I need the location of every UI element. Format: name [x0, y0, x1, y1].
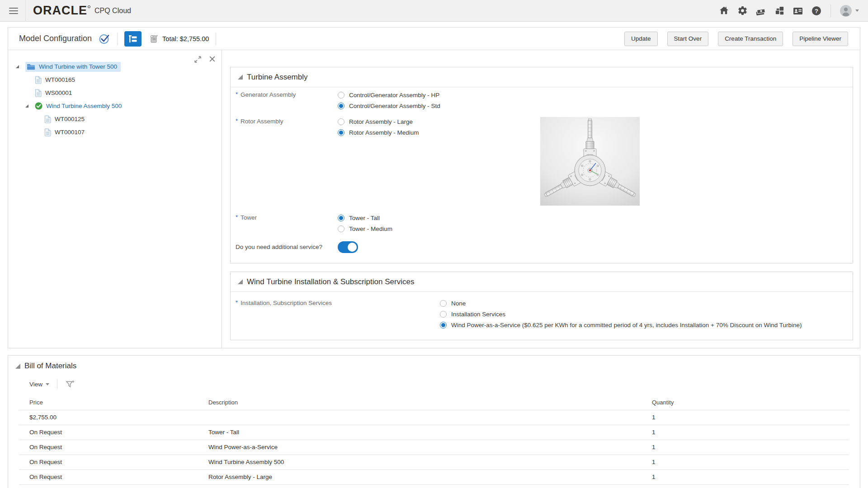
radio-option-label: Installation Services	[451, 311, 505, 318]
section-header[interactable]: Turbine Assembly	[231, 67, 853, 87]
required-asterisk: *	[236, 212, 238, 223]
installation-services-section: Wind Turbine Installation & Subscription…	[230, 272, 853, 340]
contact-card-icon[interactable]	[793, 5, 803, 16]
validate-check-icon[interactable]	[98, 33, 110, 45]
tree-item-wt000125[interactable]: WT000125	[8, 113, 222, 126]
radio-option-wind-power-as-a-service-0-625-per-kwh-fo[interactable]: Wind Power-as-a-Service ($0.625 per KWh …	[440, 319, 802, 330]
radio-selected-icon[interactable]	[338, 215, 344, 221]
radio-selected-icon[interactable]	[338, 103, 344, 109]
oracle-logo: ORACLE	[33, 4, 87, 18]
expand-panel-icon[interactable]	[194, 56, 202, 63]
tree-item-wt000165[interactable]: WT000165	[8, 73, 222, 86]
create-transaction-button[interactable]: Create Transaction	[718, 32, 783, 46]
tree-item-wt000107[interactable]: WT000107	[8, 126, 222, 139]
tree-item-label: Wind Turbine Assembly 500	[46, 103, 122, 109]
field-tower: *TowerTower - TallTower - Medium	[231, 212, 853, 234]
tree-item-label: WT000165	[45, 76, 75, 83]
bom-header-row: Price Description Quantity	[19, 395, 849, 410]
toolbar-divider	[117, 33, 118, 45]
radio-option-label: Tower - Medium	[349, 225, 392, 232]
bill-of-materials-card: Bill of Materials View Price Description…	[8, 355, 860, 488]
radio-unselected-icon[interactable]	[338, 92, 344, 99]
radio-selected-icon[interactable]	[440, 322, 447, 328]
settings-icon[interactable]	[737, 5, 748, 16]
additional-service-toggle[interactable]	[338, 241, 358, 253]
radio-option-label: Control/Generator Assembly - Std	[349, 103, 440, 109]
toolbar-buttons: UpdateStart OverCreate TransactionPipeli…	[624, 32, 848, 46]
menu-icon[interactable]	[9, 8, 18, 14]
field-label: *Generator Assembly	[236, 89, 338, 100]
view-dropdown[interactable]: View	[29, 381, 49, 388]
tree-expand-arrow[interactable]	[16, 65, 19, 68]
document-icon	[44, 128, 51, 136]
column-header-price: Price	[19, 395, 208, 410]
user-menu[interactable]	[840, 5, 859, 17]
close-panel-icon[interactable]	[209, 56, 216, 63]
radio-option-label: Rotor Assembly - Large	[349, 118, 413, 125]
tree-expand-arrow[interactable]	[25, 104, 28, 108]
help-icon[interactable]: ?	[811, 5, 822, 16]
model-tree-button[interactable]	[124, 31, 142, 47]
radio-unselected-icon[interactable]	[440, 300, 447, 307]
model-toolbar: Model Configuration Total: $2,755.00 Upd…	[8, 28, 860, 50]
page-title: Model Configuration	[19, 34, 92, 43]
radio-unselected-icon[interactable]	[338, 118, 344, 125]
update-button[interactable]: Update	[624, 32, 658, 46]
collapse-triangle-icon	[15, 364, 20, 369]
bom-row[interactable]: On RequestRotor Assembly - Large1	[19, 469, 849, 484]
pipeline-viewer-button[interactable]: Pipeline Viewer	[793, 32, 848, 46]
header-actions: ?	[718, 4, 859, 18]
tree-item-ws00001[interactable]: WS00001	[8, 86, 222, 99]
caret-down-icon	[855, 9, 859, 12]
radio-unselected-icon[interactable]	[338, 225, 344, 232]
column-header-description: Description	[208, 395, 652, 410]
bom-title: Bill of Materials	[24, 361, 76, 371]
radio-option-control-generator-assembly-std[interactable]: Control/Generator Assembly - Std	[338, 100, 440, 111]
rotor-assembly-preview-image	[540, 117, 640, 206]
tree-item-label: WS00001	[45, 89, 72, 96]
cpq-cloud-app: ORACLE CPQ Cloud ?	[0, 0, 868, 488]
tree-item-label: WT000107	[55, 129, 85, 136]
section-header[interactable]: Wind Turbine Installation & Subscription…	[231, 272, 853, 292]
bom-row[interactable]: On RequestTower - Tall1	[19, 425, 849, 440]
bom-row[interactable]: $2,755.001	[19, 410, 849, 425]
product-name: CPQ Cloud	[94, 7, 131, 15]
radio-option-label: Tower - Tall	[349, 215, 380, 221]
radio-option-rotor-assembly-medium[interactable]: Rotor Assembly - Medium	[338, 127, 419, 138]
radio-option-none[interactable]: None	[440, 298, 802, 309]
bom-row[interactable]: On RequestWind Power-as-a-Service1	[19, 440, 849, 455]
radio-option-rotor-assembly-large[interactable]: Rotor Assembly - Large	[338, 116, 419, 127]
radio-option-installation-services[interactable]: Installation Services	[440, 309, 802, 319]
radio-option-label: None	[451, 300, 466, 307]
apps-icon[interactable]	[774, 5, 785, 16]
radio-option-label: Wind Power-as-a-Service ($0.625 per KWh …	[451, 322, 802, 328]
radio-option-label: Control/Generator Assembly - HP	[349, 92, 439, 99]
radio-unselected-icon[interactable]	[440, 311, 447, 318]
document-icon	[35, 76, 42, 84]
radio-option-control-generator-assembly-hp[interactable]: Control/Generator Assembly - HP	[338, 89, 440, 100]
section-title: Turbine Assembly	[247, 73, 307, 82]
bom-header[interactable]: Bill of Materials	[8, 356, 860, 376]
toggle-label: Do you need additional service?	[236, 242, 338, 253]
toggle-knob	[348, 243, 357, 252]
total-label: Total: $2,755.00	[162, 35, 209, 42]
radio-selected-icon[interactable]	[338, 129, 344, 136]
total-scroll-icon	[149, 33, 159, 44]
commerce-icon[interactable]	[755, 5, 766, 16]
filter-add-icon[interactable]	[65, 380, 75, 389]
bom-controls: View	[8, 376, 860, 392]
field-label: *Tower	[236, 212, 338, 223]
tree-item-label: WT000125	[55, 116, 85, 122]
tree-item-wind-turbine-assembly-500[interactable]: Wind Turbine Assembly 500	[8, 99, 222, 113]
radio-option-tower-medium[interactable]: Tower - Medium	[338, 223, 392, 234]
additional-service-row: Do you need additional service?	[231, 241, 853, 253]
bom-quantity: 1	[652, 455, 849, 469]
bom-row[interactable]: On RequestWind Turbine Assembly 5001	[19, 455, 849, 469]
bom-description: Wind Power-as-a-Service	[208, 440, 652, 455]
home-icon[interactable]	[718, 5, 729, 16]
tree-item-wind-turbine-with-tower-500[interactable]: Wind Turbine with Tower 500	[8, 60, 222, 73]
start-over-button[interactable]: Start Over	[667, 32, 709, 46]
radio-option-tower-tall[interactable]: Tower - Tall	[338, 212, 392, 223]
bom-price: On Request	[19, 469, 208, 484]
document-icon	[44, 115, 51, 123]
